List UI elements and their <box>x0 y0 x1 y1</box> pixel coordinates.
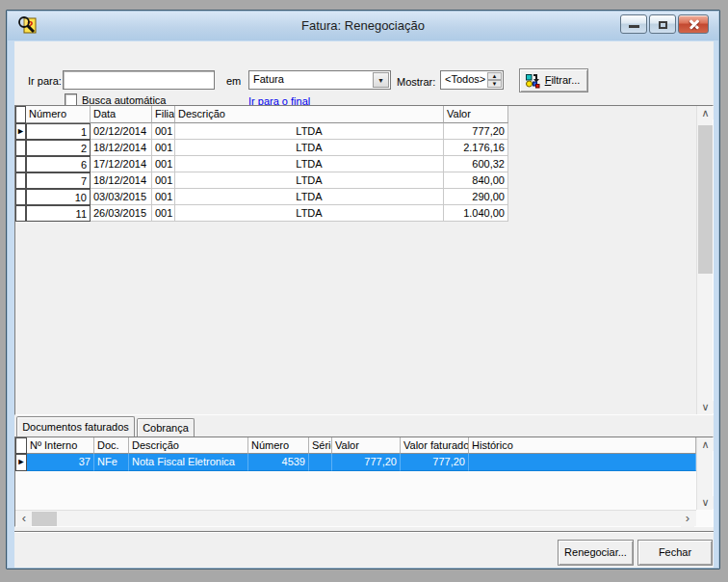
scrollbar-thumb[interactable] <box>32 512 57 526</box>
in-label: em <box>226 75 241 87</box>
spinner-down-icon[interactable]: ▼ <box>487 80 502 88</box>
invoice-grid: Número Data Filial Descrição Valor ► 1 0… <box>14 105 714 415</box>
search-input[interactable] <box>63 70 215 90</box>
row-indicator-icon: ► <box>15 454 27 471</box>
documents-grid-header: Nº Interno Doc. Descrição Número Série V… <box>15 437 696 454</box>
column-header-doc[interactable]: Doc. <box>94 437 129 454</box>
column-header-descricao[interactable]: Descrição <box>175 106 444 123</box>
column-header-valor-faturado[interactable]: Valor faturado <box>401 437 469 454</box>
client-area: Ir para: em Fatura ▼ Mostrar: <Todos> ▲ … <box>14 41 714 568</box>
target-select[interactable]: Fatura ▼ <box>248 70 391 90</box>
documents-grid: Nº Interno Doc. Descrição Número Série V… <box>14 436 714 527</box>
row-indicator-icon: ► <box>15 123 26 140</box>
minimize-button[interactable] <box>620 14 647 34</box>
go-to-label: Ir para: <box>28 75 62 87</box>
footer-divider <box>14 531 714 533</box>
column-header-valor2[interactable]: Valor <box>332 437 401 454</box>
column-header-descricao2[interactable]: Descrição <box>129 437 248 454</box>
table-row-selected[interactable]: ► 37 NFe Nota Fiscal Eletronica 4539 777… <box>15 454 696 471</box>
window-title: Fatura: Renegociação <box>8 12 718 40</box>
scroll-down-icon[interactable]: ∨ <box>697 496 714 509</box>
table-row[interactable]: 10 03/03/2015 001 LTDA 290,00 <box>15 189 508 205</box>
scroll-up-icon[interactable]: ∧ <box>697 107 714 119</box>
renegotiate-button[interactable]: Renegociar... <box>558 540 634 566</box>
filter-button[interactable]: Filtrar... <box>519 68 588 93</box>
column-header-valor[interactable]: Valor <box>444 106 508 123</box>
title-bar[interactable]: ? Fatura: Renegociação <box>8 12 718 40</box>
tab-cobranca[interactable]: Cobrança <box>137 418 195 436</box>
chevron-down-icon[interactable]: ▼ <box>373 72 389 88</box>
column-header-numero[interactable]: Número <box>26 106 91 123</box>
column-header-n-interno[interactable]: Nº Interno <box>27 437 94 454</box>
table-row[interactable]: 11 26/03/2015 001 LTDA 1.040,00 <box>15 205 508 222</box>
column-header-numero2[interactable]: Número <box>248 437 309 454</box>
target-select-value: Fatura <box>253 73 284 85</box>
column-header-data[interactable]: Data <box>91 106 152 123</box>
maximize-icon <box>659 21 667 29</box>
show-spinner[interactable]: <Todos> ▲ ▼ <box>440 70 504 90</box>
scroll-left-icon[interactable]: ‹ <box>17 511 31 527</box>
spinner-up-icon[interactable]: ▲ <box>487 72 502 80</box>
minimize-icon <box>629 25 639 28</box>
show-spinner-value: <Todos> <box>445 73 485 85</box>
filter-icon <box>525 73 540 89</box>
scroll-down-icon[interactable]: ∨ <box>697 401 714 413</box>
show-label: Mostrar: <box>397 76 435 88</box>
scroll-right-icon[interactable]: › <box>681 511 694 527</box>
column-header-serie[interactable]: Série <box>309 437 332 454</box>
table-row[interactable]: 7 18/12/2014 001 LTDA 840,00 <box>15 172 508 189</box>
close-dialog-button[interactable]: Fechar <box>637 540 713 566</box>
filter-button-label: iltrar... <box>551 74 580 86</box>
documents-grid-vscrollbar[interactable]: ∧ ∨ <box>696 437 713 510</box>
table-row[interactable]: 6 17/12/2014 001 LTDA 600,32 <box>15 156 508 172</box>
column-header-filial[interactable]: Filial <box>152 106 175 123</box>
documents-grid-hscrollbar[interactable]: ‹ › <box>15 510 696 526</box>
tab-documentos-faturados[interactable]: Documentos faturados <box>16 416 135 436</box>
maximize-button[interactable] <box>649 14 676 34</box>
close-button[interactable] <box>678 14 709 34</box>
desktop-background: ? Fatura: Renegociação Ir para: em <box>0 0 728 582</box>
invoice-grid-vscrollbar[interactable]: ∧ ∨ <box>696 106 713 414</box>
table-row[interactable]: 2 18/12/2014 001 LTDA 2.176,16 <box>15 140 508 156</box>
table-row[interactable]: ► 1 02/12/2014 001 LTDA 777,20 <box>15 123 508 140</box>
column-header-historico[interactable]: Histórico <box>469 437 696 454</box>
scroll-up-icon[interactable]: ∧ <box>697 438 714 451</box>
scrollbar-thumb[interactable] <box>698 125 713 274</box>
window-fatura-renegociacao: ? Fatura: Renegociação Ir para: em <box>6 10 720 569</box>
invoice-grid-header: Número Data Filial Descrição Valor <box>15 106 508 123</box>
